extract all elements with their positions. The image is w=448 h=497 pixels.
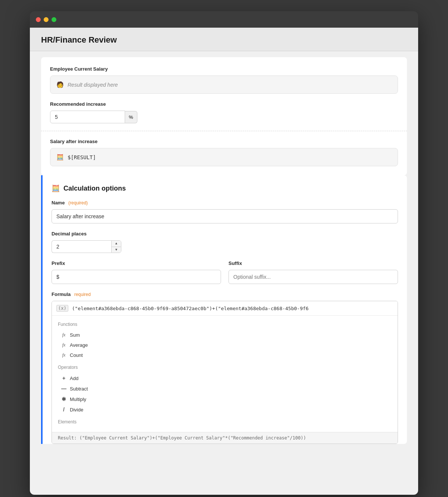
app-window: HR/Finance Review Employee Current Salar… xyxy=(30,11,418,495)
top-section: Employee Current Salary 🧑 Result display… xyxy=(41,57,407,175)
suffix-input[interactable] xyxy=(228,270,398,284)
divide-icon: / xyxy=(61,407,67,413)
increment-button[interactable]: ▲ xyxy=(112,241,121,247)
calc-options-title: Calculation options xyxy=(63,185,126,192)
salary-after-result: 🧮 $[RESULT] xyxy=(50,148,398,166)
name-label: Name (required) xyxy=(52,200,398,206)
formula-dropdown: Functions fx Sum fx Average fx Count xyxy=(52,316,398,432)
formula-box: (x) ("element#a368ebda-c868-45b0-9f69-a8… xyxy=(52,301,398,444)
operators-section-title: Operators xyxy=(58,365,392,370)
operator-add-label: Add xyxy=(70,376,78,381)
page-title: HR/Finance Review xyxy=(41,35,407,45)
decimal-stepper: ▲ ▼ xyxy=(52,240,126,253)
employee-salary-label: Employee Current Salary xyxy=(50,66,398,72)
function-sum[interactable]: fx Sum xyxy=(58,330,392,340)
calculator-icon: 🧮 xyxy=(56,154,64,161)
fx-sum-icon: fx xyxy=(61,332,67,338)
fx-badge: (x) xyxy=(56,305,68,312)
decimal-label: Decimal places xyxy=(52,231,398,237)
suffix-label: Suffix xyxy=(228,260,398,266)
calc-options-section: 🧮 Calculation options Name (required) De… xyxy=(41,175,407,444)
fx-average-icon: fx xyxy=(61,342,67,348)
recommended-increase-input-group: % xyxy=(50,111,125,123)
name-required-badge: (required) xyxy=(68,200,88,206)
suffix-group: Suffix xyxy=(228,260,398,284)
formula-result-bar: Result: ("Employee Current Salary")+("Em… xyxy=(52,432,398,444)
recommended-increase-label: Recommended increase xyxy=(50,101,398,107)
maximize-button[interactable] xyxy=(52,17,56,22)
formula-content: ("element#a368ebda-c868-45b0-9f69-a85047… xyxy=(72,306,309,311)
salary-after-label: Salary after increase xyxy=(50,139,398,144)
operator-add[interactable]: + Add xyxy=(58,373,392,383)
function-sum-label: Sum xyxy=(70,332,80,338)
decimal-input[interactable] xyxy=(52,240,111,253)
formula-bar[interactable]: (x) ("element#a368ebda-c868-45b0-9f69-a8… xyxy=(52,301,398,316)
function-average-label: Average xyxy=(70,342,88,348)
salary-after-formula: $[RESULT] xyxy=(68,154,96,160)
prefix-suffix-row: Prefix Suffix xyxy=(52,260,398,284)
plus-icon: + xyxy=(61,375,67,381)
result-placeholder-text: Result displayed here xyxy=(68,82,118,88)
calc-options-icon: 🧮 xyxy=(52,184,60,192)
elements-section-title: Elements xyxy=(58,419,392,425)
function-average[interactable]: fx Average xyxy=(58,340,392,350)
close-button[interactable] xyxy=(36,17,41,22)
calc-header: 🧮 Calculation options xyxy=(52,184,398,192)
fx-count-icon: fx xyxy=(61,352,67,358)
operator-multiply-label: Multiply xyxy=(70,396,86,402)
function-count-label: Count xyxy=(70,352,83,358)
minimize-button[interactable] xyxy=(44,17,49,22)
decimal-group: Decimal places ▲ ▼ xyxy=(52,231,398,253)
formula-group: Formula required (x) ("element#a368ebda-… xyxy=(52,291,398,444)
employee-salary-group: Employee Current Salary 🧑 Result display… xyxy=(50,66,398,94)
name-input[interactable] xyxy=(52,209,398,223)
operator-subtract-label: Subtract xyxy=(70,386,88,392)
formula-label: Formula required xyxy=(52,291,398,297)
function-count[interactable]: fx Count xyxy=(58,350,392,360)
percent-badge: % xyxy=(125,111,137,123)
prefix-input[interactable] xyxy=(52,270,221,284)
prefix-group: Prefix xyxy=(52,260,221,284)
operator-divide[interactable]: / Divide xyxy=(58,404,392,415)
functions-section-title: Functions xyxy=(58,322,392,327)
person-icon: 🧑 xyxy=(56,81,64,88)
decrement-button[interactable]: ▼ xyxy=(112,247,121,253)
recommended-increase-group: Recommended increase % xyxy=(50,101,398,123)
operator-subtract[interactable]: — Subtract xyxy=(58,383,392,394)
titlebar xyxy=(30,11,418,28)
formula-result-text: Result: ("Employee Current Salary")+("Em… xyxy=(58,435,306,441)
operator-divide-label: Divide xyxy=(70,407,83,413)
recommended-increase-input[interactable] xyxy=(50,111,125,123)
stepper-buttons: ▲ ▼ xyxy=(111,240,121,253)
name-group: Name (required) xyxy=(52,200,398,223)
minus-icon: — xyxy=(61,386,67,392)
employee-salary-result: 🧑 Result displayed here xyxy=(50,75,398,94)
formula-required-badge: required xyxy=(74,292,91,297)
prefix-label: Prefix xyxy=(52,260,221,266)
operator-multiply[interactable]: ✱ Multiply xyxy=(58,394,392,404)
salary-after-group: Salary after increase 🧮 $[RESULT] xyxy=(50,131,398,166)
content-area: HR/Finance Review Employee Current Salar… xyxy=(30,28,418,495)
multiply-icon: ✱ xyxy=(61,396,67,402)
page-header: HR/Finance Review xyxy=(30,28,418,51)
